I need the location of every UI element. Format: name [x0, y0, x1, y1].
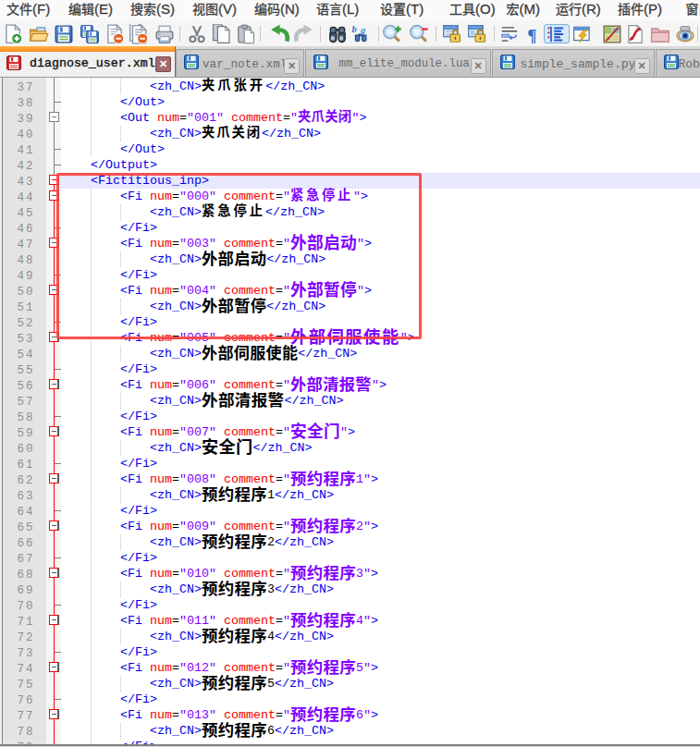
svg-text:g: g — [360, 24, 365, 34]
svg-text:¶: ¶ — [527, 25, 536, 43]
svg-text:b: b — [352, 24, 357, 34]
